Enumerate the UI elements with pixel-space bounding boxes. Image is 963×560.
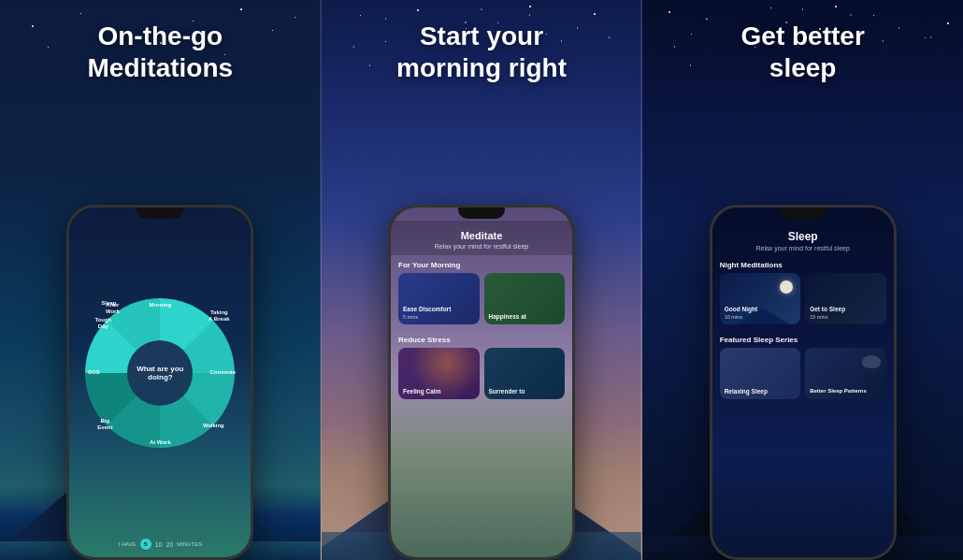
wheel-label-walking: Walking [199,423,227,429]
phone-screen-3: Sleep Relax your mind for restful sleep … [712,208,894,557]
phone-notch [137,208,183,219]
featured-sleep-label: Featured Sleep Series [712,330,894,348]
better-sleep-card[interactable]: Better Sleep Patterns [805,348,886,399]
meditate-title: Meditate [400,230,563,241]
star [32,25,34,27]
featured-cards-row: Relaxing Sleep Better Sleep Patterns [712,348,894,405]
sleep-subtitle: Relax your mind for restful sleep [722,245,884,251]
card-calm-text: Feeling Calm [403,388,440,395]
surrender-card[interactable]: Surrender to [484,348,566,399]
phone-device-3: Sleep Relax your mind for restful sleep … [710,205,897,560]
star [48,47,49,48]
moon-decoration [780,280,793,294]
ease-discomfort-card[interactable]: Ease Discomfort 5 mins [398,273,480,324]
phone-mockup-3: Sleep Relax your mind for restful sleep … [642,98,963,560]
night-cards-row: Good Night 10 mins Get to Sleep 15 mins [712,273,894,330]
get-to-sleep-text: Get to Sleep 15 mins [810,306,845,321]
get-to-sleep-card[interactable]: Get to Sleep 15 mins [805,273,886,324]
panel-sleep: Get better sleep Sleep Relax your mind f… [642,0,963,560]
wheel-label-commute: Commute [208,369,237,376]
time-5-badge[interactable]: 5 [140,538,151,550]
panel-1-title: On-the-go Meditations [69,0,252,98]
sleep-header: Sleep Relax your mind for restful sleep [712,221,894,255]
wheel-label-at-work: At Work [146,439,174,446]
star [295,17,295,18]
feeling-calm-card[interactable]: Feeling Calm [398,348,480,399]
wheel-label-sleep: Sleep [94,300,122,307]
wheel-label-sos: SOS [79,369,108,376]
phone-mockup-2: Meditate Relax your mind for restful sle… [322,98,642,560]
phone-device-1: What are you doing? Morning TakingA Brea… [66,205,253,560]
phone-screen-1: What are you doing? Morning TakingA Brea… [69,208,251,557]
star [925,37,926,38]
star [272,30,273,31]
card-ease-text: Ease Discomfort 5 mins [403,306,451,321]
meditate-subtitle: Relax your mind for restful sleep [400,243,563,250]
phone-notch-3 [780,208,826,219]
panel-meditations: On-the-go Meditations What are you doing… [0,0,321,560]
sheep-decoration [862,355,881,368]
reduce-stress-label: Reduce Stress [391,330,572,348]
good-night-text: Good Night 10 mins [725,306,757,321]
star [707,19,708,20]
meditation-wheel: What are you doing? Morning TakingA Brea… [85,298,235,448]
wheel-label-morning: Morning [146,302,174,309]
wheel-label-big-event: BigEvent [91,418,119,431]
relaxing-sleep-card[interactable]: Relaxing Sleep [720,348,801,399]
happiness-card[interactable]: Happiness at [484,273,566,324]
card-surrender-text: Surrender to [489,388,525,395]
morning-section-label: For Your Morning [391,255,572,273]
morning-cards-row: Ease Discomfort 5 mins Happiness at [391,273,572,330]
phone-notch-2 [458,208,505,219]
wheel-label-taking-break: TakingA Break [205,309,233,323]
relaxing-sleep-text: Relaxing Sleep [725,388,768,395]
stress-cards-row: Feeling Calm Surrender to [391,348,572,405]
better-sleep-text: Better Sleep Patterns [810,388,867,395]
time-selection-bar: I HAVE 5 10 20 MINUTES [118,538,202,550]
panel-morning: Start your morning right Meditate Relax … [321,0,643,560]
star [947,22,949,24]
star [691,34,692,35]
night-meditations-label: Night Meditations [712,255,894,273]
phone-screen-2: Meditate Relax your mind for restful sle… [391,208,572,557]
wheel-center: What are you doing? [127,340,193,406]
card-happiness-text: Happiness at [489,313,526,321]
phone-mockup-1: What are you doing? Morning TakingA Brea… [0,98,321,560]
panel-3-title: Get better sleep [723,0,884,98]
star [668,11,670,13]
sleep-title: Sleep [722,230,884,243]
star [594,13,596,15]
panel-2-title: Start your morning right [378,0,585,98]
good-night-card[interactable]: Good Night 10 mins [720,273,801,324]
star [360,15,361,16]
wheel-label-tough-day: ToughDay [89,317,117,330]
meditate-header: Meditate Relax your mind for restful sle… [391,221,572,255]
phone-device-2: Meditate Relax your mind for restful sle… [388,205,575,560]
